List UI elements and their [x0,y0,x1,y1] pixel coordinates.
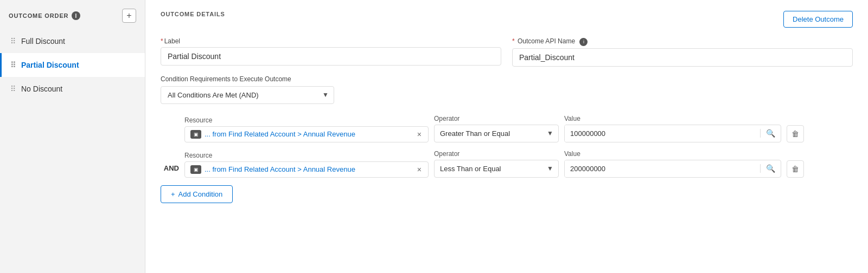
drag-handle-icon: ⠿ [10,61,16,69]
operator-col-1: Operator Greater Than or Equal Less Than… [434,115,559,142]
resource-text-1: ... from Find Related Account > Annual R… [205,130,413,138]
condition-requirements-group: Condition Requirements to Execute Outcom… [161,75,853,104]
condition-req-dropdown-wrap: All Conditions Are Met (AND) ▼ [161,86,334,104]
delete-row-button-2[interactable]: 🗑 [787,160,804,178]
resource-col-label-1: Resource [184,116,429,124]
resource-icon-1: ▣ [190,130,201,139]
resource-clear-button-2[interactable]: × [416,165,423,174]
operator-wrap-1: Greater Than or Equal Less Than or Equal… [434,125,559,142]
search-icon-2[interactable]: 🔍 [760,164,781,173]
sidebar-item-label: Partial Discount [21,61,79,69]
sidebar-header: OUTCOME ORDER i + [0,0,145,29]
resource-col-2: Resource ▣ ... from Find Related Account… [184,152,429,178]
resource-col-1: Resource ▣ ... from Find Related Account… [184,116,429,142]
add-outcome-button[interactable]: + [122,9,136,23]
required-indicator: * [161,37,163,45]
resource-icon-2: ▣ [190,165,201,174]
condition-row-2: AND Resource ▣ ... from Find Related Acc… [161,150,853,178]
operator-wrap-2: Greater Than or Equal Less Than or Equal… [434,160,559,178]
trash-icon-2: 🗑 [792,165,799,173]
trash-icon-1: 🗑 [792,129,799,138]
operator-col-2: Operator Greater Than or Equal Less Than… [434,150,559,178]
add-condition-button[interactable]: + Add Condition [161,185,233,203]
resource-field-1: ▣ ... from Find Related Account > Annual… [184,126,429,142]
api-name-input[interactable] [512,48,853,67]
condition-row-1: Resource ▣ ... from Find Related Account… [161,115,853,142]
resource-text-2: ... from Find Related Account > Annual R… [205,165,413,173]
value-wrap-1: 🔍 [564,125,781,142]
value-col-label-1: Value [564,115,781,122]
sidebar-title: OUTCOME ORDER [9,12,68,19]
resource-clear-button-1[interactable]: × [416,130,423,139]
drag-handle-icon: ⠿ [10,84,16,93]
label-group: *Label [161,37,501,67]
sidebar-item-partial-discount[interactable]: ⠿ Partial Discount [0,53,145,77]
sidebar-item-label: No Discount [21,84,62,93]
value-input-2[interactable] [565,160,760,177]
sidebar-item-full-discount[interactable]: ⠿ Full Discount [0,29,145,53]
value-input-1[interactable] [565,125,760,142]
drag-handle-icon: ⠿ [10,37,16,46]
main-content: OUTCOME DETAILS Delete Outcome *Label * … [145,0,868,273]
sidebar: OUTCOME ORDER i + ⠿ Full Discount ⠿ Part… [0,0,145,273]
sidebar-item-no-discount[interactable]: ⠿ No Discount [0,77,145,101]
condition-req-select[interactable]: All Conditions Are Met (AND) [161,86,334,104]
delete-outcome-button[interactable]: Delete Outcome [783,11,853,28]
conditions-area: Resource ▣ ... from Find Related Account… [161,115,853,203]
label-field-label: *Label [161,37,501,45]
operator-col-label-2: Operator [434,150,559,158]
and-label-2: AND [161,164,179,178]
search-icon-1[interactable]: 🔍 [760,129,781,138]
condition-req-label: Condition Requirements to Execute Outcom… [161,75,853,83]
top-bar: OUTCOME DETAILS Delete Outcome [161,11,853,28]
delete-row-button-1[interactable]: 🗑 [787,125,804,142]
operator-select-2[interactable]: Greater Than or Equal Less Than or Equal… [434,160,559,178]
value-col-label-2: Value [564,150,781,158]
section-title: OUTCOME DETAILS [161,11,225,17]
resource-col-label-2: Resource [184,152,429,159]
add-condition-label: Add Condition [178,190,223,198]
info-icon: i [72,11,80,20]
operator-col-label-1: Operator [434,115,559,122]
plus-icon: + [171,190,175,198]
value-col-1: Value 🔍 [564,115,781,142]
required-indicator: * [512,37,515,45]
api-name-group: * Outcome API Name i [512,37,853,67]
api-name-field-label: * Outcome API Name i [512,37,853,46]
value-col-2: Value 🔍 [564,150,781,178]
operator-select-1[interactable]: Greater Than or Equal Less Than or Equal… [434,125,559,142]
api-name-info-icon: i [579,38,588,46]
sidebar-item-label: Full Discount [21,37,65,46]
label-input[interactable] [161,47,501,66]
value-wrap-2: 🔍 [564,160,781,178]
label-apiname-row: *Label * Outcome API Name i [161,37,853,67]
resource-field-2: ▣ ... from Find Related Account > Annual… [184,161,429,178]
